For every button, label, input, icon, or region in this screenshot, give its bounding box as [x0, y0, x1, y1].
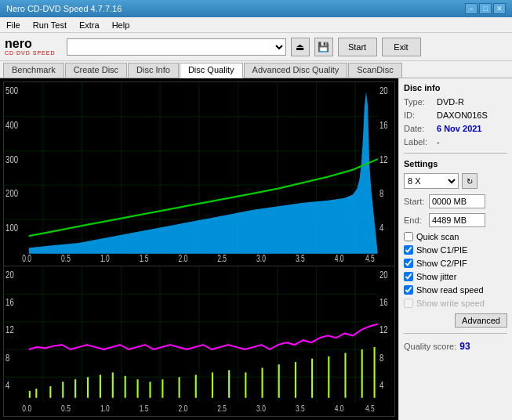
show-c1pie-row: Show C1/PIE: [404, 245, 507, 255]
eject-button[interactable]: ⏏: [291, 38, 310, 56]
svg-text:1.0: 1.0: [100, 254, 110, 264]
svg-rect-83: [212, 372, 213, 397]
svg-rect-90: [328, 357, 329, 398]
svg-text:400: 400: [5, 118, 18, 130]
svg-text:8: 8: [379, 187, 384, 199]
svg-rect-78: [137, 379, 139, 398]
divider-2: [404, 333, 507, 334]
svg-text:20: 20: [379, 269, 388, 280]
svg-rect-92: [361, 349, 363, 398]
save-button[interactable]: 💾: [314, 38, 333, 56]
refresh-button[interactable]: ↻: [462, 173, 478, 189]
maximize-button[interactable]: □: [479, 3, 492, 14]
svg-text:0.5: 0.5: [61, 254, 71, 264]
tab-disc-quality[interactable]: Disc Quality: [180, 63, 243, 78]
quality-score-row: Quality score: 93: [404, 341, 507, 352]
show-c1pie-checkbox[interactable]: [404, 245, 413, 255]
menu-help[interactable]: Help: [109, 20, 133, 30]
svg-text:20: 20: [379, 84, 388, 96]
svg-text:3.0: 3.0: [256, 404, 266, 414]
svg-text:4.0: 4.0: [335, 254, 344, 264]
svg-rect-74: [87, 377, 89, 397]
svg-rect-79: [149, 382, 151, 398]
end-label: End:: [404, 215, 426, 225]
window-controls: − □ ✕: [465, 3, 506, 14]
show-write-speed-label: Show write speed: [416, 299, 485, 308]
disc-date-label: Date:: [404, 124, 434, 133]
nero-logo: nero CD·DVD SPEED: [5, 38, 56, 56]
svg-text:3.0: 3.0: [256, 254, 266, 264]
start-input[interactable]: [429, 194, 485, 208]
show-write-speed-row: Show write speed: [404, 299, 507, 308]
chart-upper: 500 400 300 200 100 20 16 12 8 4 0.0 0.5…: [3, 81, 395, 266]
show-c1pie-label: Show C1/PIE: [416, 245, 467, 255]
svg-rect-73: [74, 379, 76, 398]
exit-button[interactable]: Exit: [382, 38, 421, 56]
svg-text:2.5: 2.5: [217, 404, 227, 414]
disc-label-row: Label: -: [404, 137, 507, 147]
lower-chart-svg: 20 16 12 8 4 20 16 12 8 4 0.0 0.5 1.0 1.…: [4, 266, 394, 416]
svg-rect-80: [162, 379, 163, 398]
show-jitter-label: Show jitter: [416, 272, 456, 281]
menu-bar: File Run Test Extra Help: [0, 17, 512, 33]
menu-run-test[interactable]: Run Test: [30, 20, 70, 30]
drive-select[interactable]: [2:0] BENQ DVD DD DW1640 BSLB: [67, 38, 286, 56]
svg-text:1.0: 1.0: [100, 404, 110, 414]
svg-rect-87: [278, 364, 280, 398]
disc-date-value: 6 Nov 2021: [437, 124, 481, 133]
minimize-button[interactable]: −: [465, 3, 478, 14]
start-button[interactable]: Start: [338, 38, 377, 56]
svg-text:8: 8: [379, 352, 383, 363]
quick-scan-row: Quick scan: [404, 232, 507, 241]
speed-select[interactable]: 8 X Max 1 X 2 X 4 X 12 X 16 X: [404, 173, 459, 189]
disc-label-label: Label:: [404, 137, 434, 147]
nero-logo-sub: CD·DVD SPEED: [5, 50, 56, 56]
start-label: Start:: [404, 197, 426, 206]
quick-scan-checkbox[interactable]: [404, 232, 413, 241]
tab-disc-info[interactable]: Disc Info: [128, 63, 179, 78]
show-c2pif-checkbox[interactable]: [404, 259, 413, 268]
svg-rect-91: [344, 353, 346, 397]
disc-date-row: Date: 6 Nov 2021: [404, 124, 507, 133]
svg-text:12: 12: [379, 324, 388, 335]
svg-text:0.0: 0.0: [22, 404, 31, 414]
disc-type-row: Type: DVD-R: [404, 97, 507, 107]
svg-text:4: 4: [379, 221, 384, 233]
svg-text:100: 100: [5, 221, 18, 233]
app-title: Nero CD-DVD Speed 4.7.7.16: [6, 4, 122, 13]
svg-text:2.0: 2.0: [179, 404, 188, 414]
end-input[interactable]: [429, 213, 485, 227]
tab-create-disc[interactable]: Create Disc: [65, 63, 127, 78]
tab-advanced-disc-quality[interactable]: Advanced Disc Quality: [244, 63, 348, 78]
svg-rect-71: [49, 386, 51, 398]
svg-text:12: 12: [5, 324, 14, 335]
disc-label-value: -: [437, 137, 440, 147]
tab-benchmark[interactable]: Benchmark: [3, 63, 64, 78]
menu-extra[interactable]: Extra: [76, 20, 103, 30]
side-panel: Disc info Type: DVD-R ID: DAXON016S Date…: [398, 78, 512, 420]
svg-text:200: 200: [5, 187, 18, 199]
disc-type-label: Type:: [404, 97, 434, 107]
menu-file[interactable]: File: [3, 20, 24, 30]
svg-text:0.0: 0.0: [22, 254, 31, 264]
svg-text:4: 4: [5, 379, 10, 390]
svg-rect-86: [261, 368, 263, 397]
svg-text:4.5: 4.5: [365, 254, 375, 264]
svg-text:4.5: 4.5: [365, 404, 375, 414]
svg-rect-93: [374, 347, 376, 398]
show-c2pif-label: Show C2/PIF: [416, 259, 467, 268]
show-jitter-checkbox[interactable]: [404, 272, 413, 281]
svg-text:500: 500: [5, 84, 18, 96]
svg-text:16: 16: [379, 296, 388, 307]
svg-rect-77: [125, 376, 126, 398]
start-row: Start:: [404, 194, 507, 208]
chart-area: 500 400 300 200 100 20 16 12 8 4 0.0 0.5…: [0, 78, 398, 420]
svg-rect-76: [112, 372, 114, 397]
show-read-speed-checkbox[interactable]: [404, 285, 413, 295]
end-row: End:: [404, 213, 507, 227]
disc-type-value: DVD-R: [437, 97, 464, 107]
advanced-button[interactable]: Advanced: [455, 313, 507, 328]
svg-text:1.5: 1.5: [140, 404, 149, 414]
close-button[interactable]: ✕: [493, 3, 506, 14]
tab-scandisc[interactable]: ScanDisc: [348, 63, 401, 78]
